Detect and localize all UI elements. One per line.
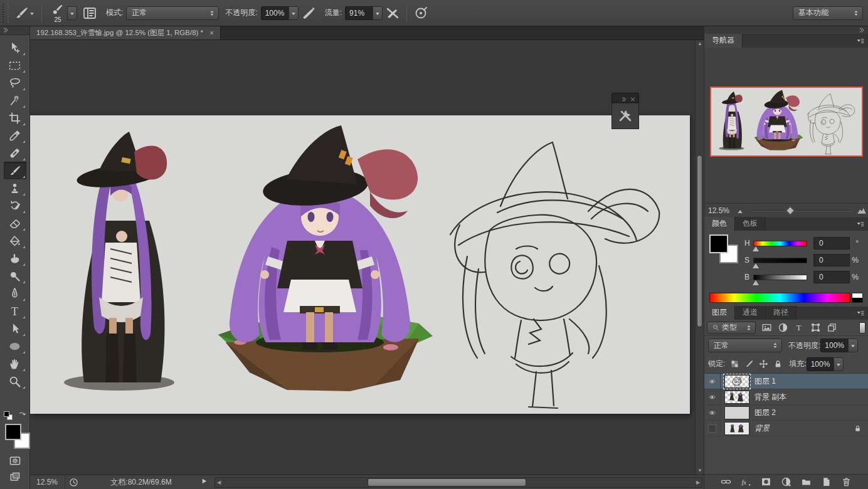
layer-fill-value[interactable]: 100%	[807, 357, 834, 371]
brush-size-dropdown-button[interactable]	[67, 6, 77, 20]
canvas-pasteboard[interactable]: ▲ ▼	[30, 40, 704, 475]
move-tool[interactable]	[4, 39, 26, 56]
document-tab[interactable]: 192.168.353_许雪愉.jpg @ 12.5% (图层 1, RGB/8…	[30, 26, 221, 39]
layer-name[interactable]: 图层 1	[754, 376, 776, 387]
clone-stamp-tool[interactable]	[4, 179, 26, 197]
brightness-value-field[interactable]: 0	[813, 271, 850, 283]
new-adjustment-layer-button[interactable]	[780, 476, 792, 487]
workspace-switcher[interactable]: 基本功能	[793, 6, 863, 20]
eraser-tool[interactable]	[4, 214, 26, 232]
flow-control[interactable]: 91%	[345, 6, 383, 20]
new-layer-button[interactable]	[820, 476, 832, 487]
tab-color[interactable]: 颜色	[704, 217, 735, 231]
visibility-eye-icon[interactable]	[704, 374, 721, 389]
screen-mode-button[interactable]	[6, 470, 24, 485]
spectrum-bw-swatches[interactable]	[852, 293, 863, 303]
layer-thumbnail[interactable]	[724, 375, 749, 388]
close-icon[interactable]	[630, 95, 636, 101]
filter-type-layers-icon[interactable]: T	[794, 322, 805, 333]
quick-mask-button[interactable]	[6, 454, 24, 469]
swap-colors-icon[interactable]	[18, 411, 26, 420]
scroll-down-arrow[interactable]: ▼	[696, 467, 704, 475]
paint-bucket-tool[interactable]	[4, 232, 26, 250]
type-tool[interactable]: T	[4, 302, 26, 320]
status-info-icon[interactable]	[65, 478, 82, 487]
tablet-opacity-toggle[interactable]	[301, 6, 316, 21]
horizontal-scroll-thumb[interactable]	[368, 478, 526, 486]
layer-fill-dropdown[interactable]	[834, 357, 844, 371]
layer-name[interactable]: 背景	[754, 423, 770, 434]
delete-layer-button[interactable]	[840, 476, 852, 487]
path-selection-tool[interactable]	[4, 320, 26, 337]
layer-name[interactable]: 图层 2	[754, 408, 776, 418]
brush-tool[interactable]	[4, 162, 26, 179]
status-zoom-field[interactable]: 12.5%	[30, 475, 65, 489]
lock-all-icon[interactable]	[773, 359, 783, 369]
layer-row[interactable]: 图层 2	[704, 405, 868, 421]
hue-value-field[interactable]: 0	[813, 237, 850, 250]
new-group-button[interactable]	[800, 476, 812, 487]
lock-image-pixels-icon[interactable]	[744, 359, 754, 369]
zoom-slider-thumb[interactable]	[786, 206, 795, 215]
lock-position-icon[interactable]	[759, 359, 768, 369]
layer-blend-mode-select[interactable]: 正常	[708, 339, 782, 352]
default-foreground-swatch[interactable]	[4, 411, 9, 417]
crop-tool[interactable]	[4, 109, 26, 127]
tools-flyout-button[interactable]	[611, 103, 639, 129]
brush-size-picker[interactable]: 25	[48, 4, 77, 23]
foreground-color-swatch[interactable]	[709, 234, 728, 253]
layer-row[interactable]: 背景 副本	[704, 389, 868, 405]
pen-tool[interactable]	[4, 285, 26, 302]
layer-row[interactable]: 图层 1	[704, 374, 868, 389]
brightness-slider[interactable]	[753, 275, 807, 280]
layer-opacity-value[interactable]: 100%	[820, 339, 848, 352]
lasso-tool[interactable]	[4, 74, 26, 92]
scroll-up-arrow[interactable]: ▲	[696, 40, 704, 48]
toolbar-collapse-button[interactable]	[0, 26, 29, 35]
status-menu-button[interactable]	[201, 478, 213, 486]
history-brush-tool[interactable]	[4, 197, 26, 214]
options-bar-grip[interactable]	[3, 4, 9, 23]
navigator-zoom-slider[interactable]	[751, 206, 852, 216]
magic-wand-tool[interactable]	[4, 92, 26, 109]
layer-style-button[interactable]: fx	[740, 476, 752, 487]
layer-opacity-control[interactable]: 100%	[820, 339, 858, 352]
add-layer-mask-button[interactable]	[760, 476, 772, 487]
blend-mode-select[interactable]: 正常	[126, 6, 219, 20]
filter-shape-layers-icon[interactable]	[810, 322, 821, 333]
layer-opacity-dropdown[interactable]	[848, 339, 858, 352]
navigator-zoom-value[interactable]: 12.5%	[704, 206, 734, 215]
scroll-right-arrow[interactable]: ▶	[694, 478, 702, 487]
flow-value[interactable]: 91%	[345, 6, 373, 20]
toggle-brush-panel-button[interactable]	[82, 6, 97, 21]
rectangular-marquee-tool[interactable]	[4, 56, 26, 74]
layer-row[interactable]: 背景	[704, 421, 868, 436]
hand-tool[interactable]	[4, 355, 26, 372]
layer-thumbnail[interactable]	[724, 422, 749, 435]
horizontal-scrollbar[interactable]: ◀ ▶	[214, 477, 702, 488]
opacity-value[interactable]: 100%	[261, 6, 288, 20]
foreground-color-swatch[interactable]	[5, 424, 21, 440]
tab-channels[interactable]: 通道	[735, 306, 766, 320]
airbrush-toggle[interactable]	[385, 6, 400, 21]
scroll-left-arrow[interactable]: ◀	[215, 478, 223, 487]
tool-preset-picker[interactable]	[14, 6, 35, 21]
panel-menu-icon[interactable]	[855, 37, 865, 45]
filter-pixel-layers-icon[interactable]	[761, 322, 772, 333]
visibility-eye-icon[interactable]	[704, 405, 721, 420]
saturation-slider[interactable]	[753, 258, 807, 263]
slider-thumb[interactable]	[753, 280, 759, 285]
tab-navigator[interactable]: 导航器	[704, 34, 743, 48]
vertical-scrollbar[interactable]: ▲ ▼	[695, 40, 704, 475]
layer-thumbnail[interactable]	[724, 391, 749, 404]
layer-fill-control[interactable]: 100%	[807, 357, 844, 371]
zoom-in-icon[interactable]	[855, 206, 868, 216]
dodge-tool[interactable]	[4, 267, 26, 285]
color-spectrum-ramp[interactable]	[709, 293, 850, 303]
opacity-control[interactable]: 100%	[261, 6, 299, 20]
canvas-document[interactable]	[30, 115, 690, 414]
link-layers-button[interactable]	[720, 476, 732, 487]
lock-transparent-pixels-icon[interactable]	[730, 359, 739, 369]
smudge-tool[interactable]	[4, 250, 26, 267]
layer-name[interactable]: 背景 副本	[754, 392, 786, 402]
